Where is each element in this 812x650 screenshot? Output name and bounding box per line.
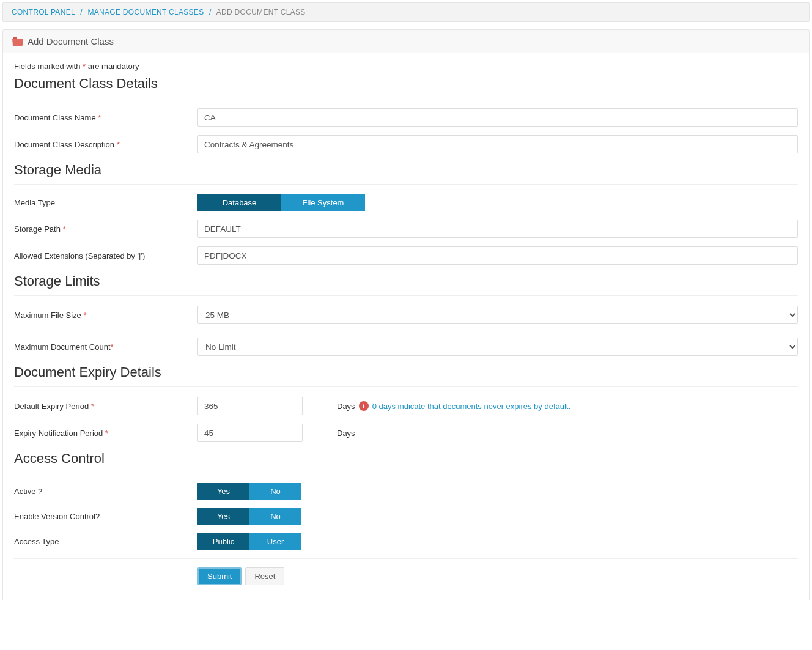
toggle-active: Yes No <box>197 483 301 500</box>
select-max-file-size[interactable]: 25 MB <box>197 306 798 324</box>
label-version-control: Enable Version Control? <box>14 512 197 521</box>
toggle-version-no[interactable]: No <box>249 508 301 525</box>
days-label: Days <box>337 402 355 411</box>
breadcrumb-current: ADD DOCUMENT CLASS <box>216 8 306 17</box>
label-class-desc: Document Class Description * <box>14 140 197 149</box>
breadcrumb-sep: / <box>80 8 83 17</box>
section-storage-limits-title: Storage Limits <box>14 273 798 289</box>
main-panel: Add Document Class Fields marked with * … <box>2 29 810 600</box>
input-allowed-ext[interactable] <box>197 246 798 265</box>
breadcrumb-manage-doc-classes[interactable]: MANAGE DOCUMENT CLASSES <box>87 8 204 17</box>
label-expiry-notif: Expiry Notification Period * <box>14 429 197 438</box>
panel-header: Add Document Class <box>3 30 809 53</box>
toggle-access-public[interactable]: Public <box>197 533 249 550</box>
toggle-version-yes[interactable]: Yes <box>197 508 249 525</box>
breadcrumb: CONTROL PANEL / MANAGE DOCUMENT CLASSES … <box>2 2 810 22</box>
divider <box>14 184 798 185</box>
toggle-access-user[interactable]: User <box>249 533 301 550</box>
toggle-version-control: Yes No <box>197 508 301 525</box>
input-default-expiry[interactable] <box>197 397 303 415</box>
toggle-active-yes[interactable]: Yes <box>197 483 249 500</box>
button-row: Submit Reset <box>14 558 798 585</box>
divider <box>14 473 798 473</box>
label-media-type: Media Type <box>14 198 197 207</box>
label-default-expiry: Default Expiry Period * <box>14 402 197 411</box>
divider <box>14 295 798 296</box>
label-storage-path: Storage Path * <box>14 224 197 234</box>
input-class-desc[interactable] <box>197 135 798 153</box>
select-max-doc-count[interactable]: No Limit <box>197 338 798 356</box>
divider <box>14 98 798 98</box>
label-active: Active ? <box>14 487 197 496</box>
label-allowed-ext: Allowed Extensions (Separated by '|') <box>14 251 197 260</box>
panel-title: Add Document Class <box>28 36 114 46</box>
toggle-filesystem[interactable]: File System <box>281 194 365 211</box>
section-access-title: Access Control <box>14 451 798 467</box>
folder-open-icon <box>13 39 23 46</box>
toggle-database[interactable]: Database <box>197 194 281 211</box>
input-class-name[interactable] <box>197 108 798 127</box>
toggle-media-type: Database File System <box>197 194 365 211</box>
mandatory-note: Fields marked with * are mandatory <box>14 62 798 71</box>
label-max-file-size: Maximum File Size * <box>14 311 197 320</box>
section-storage-media-title: Storage Media <box>14 162 798 178</box>
toggle-active-no[interactable]: No <box>249 483 301 500</box>
label-max-doc-count: Maximum Document Count* <box>14 342 197 352</box>
days-label: Days <box>337 429 355 438</box>
submit-button[interactable]: Submit <box>197 567 242 585</box>
label-class-name: Document Class Name * <box>14 113 197 122</box>
reset-button[interactable]: Reset <box>245 567 284 585</box>
breadcrumb-control-panel[interactable]: CONTROL PANEL <box>12 8 75 17</box>
section-expiry-title: Document Expiry Details <box>14 364 798 380</box>
input-expiry-notif[interactable] <box>197 424 303 442</box>
divider <box>14 386 798 387</box>
section-details-title: Document Class Details <box>14 76 798 92</box>
breadcrumb-sep: / <box>209 8 212 17</box>
expiry-help-text: 0 days indicate that documents never exp… <box>372 402 570 411</box>
label-access-type: Access Type <box>14 537 197 546</box>
input-storage-path[interactable] <box>197 220 798 238</box>
info-icon: i <box>359 401 369 411</box>
toggle-access-type: Public User <box>197 533 301 550</box>
